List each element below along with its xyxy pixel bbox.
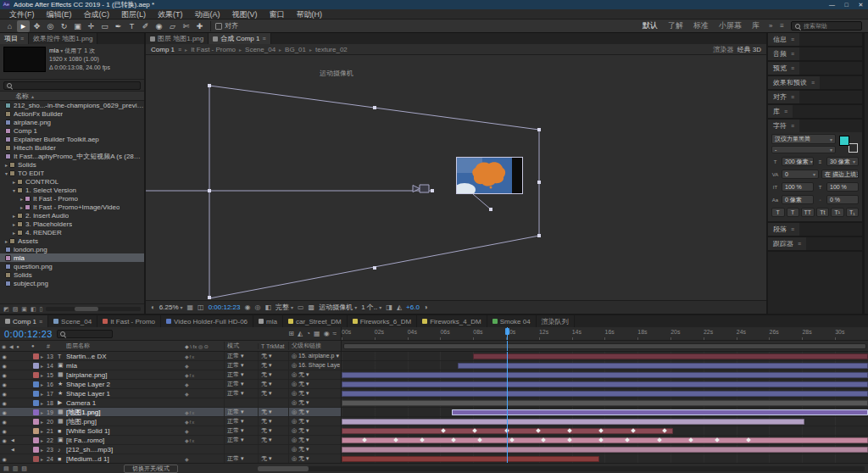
- project-item[interactable]: Comp 1: [0, 126, 144, 135]
- project-item[interactable]: ▾TO EDIT: [0, 169, 144, 177]
- trkmat-dropdown[interactable]: 无 ▾: [258, 454, 288, 463]
- trkmat-dropdown[interactable]: 无 ▾: [258, 370, 288, 379]
- layer-name-header[interactable]: 图层名称: [66, 342, 185, 350]
- blend-mode-dropdown[interactable]: 正常 ▾: [224, 361, 258, 370]
- eye-toggle[interactable]: ◉: [0, 428, 8, 434]
- layer-row[interactable]: ◉▸15▦[airplane.png]◆fx正常 ▾无 ▾◎ 无 ▾: [0, 370, 341, 380]
- layer-track[interactable]: [342, 445, 868, 454]
- blend-mode-dropdown[interactable]: 正常 ▾: [224, 454, 258, 463]
- blend-mode-dropdown[interactable]: 正常 ▾: [224, 426, 258, 435]
- twirl-icon[interactable]: ▸: [41, 428, 47, 434]
- menu-item-5[interactable]: 效果(T): [152, 9, 189, 19]
- eye-toggle[interactable]: ◉: [0, 400, 8, 406]
- minimize-button[interactable]: —: [825, 0, 839, 9]
- layer-row[interactable]: ◉▸16★Shape Layer 2◆正常 ▾无 ▾◎ 无 ▾: [0, 380, 341, 389]
- label-color-chip[interactable]: [33, 456, 39, 462]
- toggle-switches-modes-button[interactable]: 切换开关/模式: [124, 465, 178, 473]
- snapshot-icon[interactable]: ◉: [244, 303, 250, 311]
- eraser-tool[interactable]: ▱: [166, 20, 179, 32]
- layer-row[interactable]: ◉▸20▦[地图.png]◆fx正常 ▾无 ▾◎ 无 ▾: [0, 417, 341, 426]
- track-area[interactable]: [342, 352, 868, 463]
- pan-behind-tool[interactable]: ✛: [85, 20, 97, 32]
- menu-item-8[interactable]: 窗口: [264, 9, 291, 19]
- layer-duration-bar[interactable]: [452, 409, 868, 415]
- trkmat-dropdown[interactable]: 无 ▾: [258, 417, 288, 426]
- parent-link-dropdown[interactable]: ◎ 无 ▾: [288, 408, 341, 416]
- expand-layer-switches-icon[interactable]: ▤: [3, 465, 9, 472]
- transparency-grid-icon[interactable]: ▩: [309, 303, 315, 311]
- eye-toggle[interactable]: ◉: [0, 353, 8, 359]
- region-of-interest-icon[interactable]: ▭: [298, 303, 304, 311]
- layer-track[interactable]: [342, 398, 868, 408]
- layer-row[interactable]: ◀▸23♪[212_sh....mp3]◎ 无 ▾: [0, 445, 341, 454]
- font-family-dropdown[interactable]: 汉仪力量黑简▾: [771, 134, 836, 144]
- selection-tool[interactable]: ►: [17, 20, 30, 32]
- timeline-tab-Comp 1[interactable]: Comp 1≡: [0, 315, 48, 327]
- stroke-width-dropdown[interactable]: 30 像素▾: [826, 157, 859, 166]
- panel-menu-icon[interactable]: ≡: [791, 36, 794, 42]
- panel-tab-段落[interactable]: 段落≡: [768, 223, 799, 236]
- workspace-4[interactable]: 小屏幕: [714, 20, 747, 31]
- timeline-tab-Scene_04[interactable]: Scene_04: [48, 315, 97, 327]
- font-style-dropdown[interactable]: -▾: [771, 146, 836, 153]
- breadcrumb-item[interactable]: Scene_04: [245, 46, 275, 53]
- parent-link-dropdown[interactable]: ◎ 无 ▾: [288, 370, 341, 379]
- menu-item-7[interactable]: 视图(V): [226, 9, 264, 19]
- layer-duration-bar[interactable]: [342, 447, 868, 453]
- label-color-chip[interactable]: [33, 353, 39, 359]
- twirl-icon[interactable]: ▸: [3, 238, 9, 244]
- project-search-input[interactable]: [3, 81, 141, 90]
- timeline-tab-car_Street_DM[interactable]: car_Street_DM: [283, 315, 348, 327]
- search-help-box[interactable]: 搜索帮助: [791, 21, 862, 31]
- trkmat-dropdown[interactable]: 无 ▾: [258, 361, 288, 370]
- mask-visibility-icon[interactable]: ◫: [198, 303, 204, 311]
- timeline-tab-It Fast - Promo[interactable]: It Fast - Promo: [97, 315, 161, 327]
- layer-track[interactable]: [342, 417, 868, 426]
- trkmat-dropdown[interactable]: 无 ▾: [258, 436, 288, 444]
- layer-row[interactable]: ◉▸17★Shape Layer 1◆正常 ▾无 ▾◎ 无 ▾: [0, 389, 341, 398]
- layer-row[interactable]: ◉◀▸22▣[It Fa...romo]◆fx正常 ▾无 ▾◎ 无 ▾: [0, 436, 341, 445]
- project-item[interactable]: ▸3. Placeholders: [0, 220, 144, 228]
- type-tool[interactable]: T: [125, 20, 138, 32]
- breadcrumb-item[interactable]: texture_02: [315, 46, 348, 53]
- blend-mode-dropdown[interactable]: 正常 ▾: [224, 389, 258, 398]
- project-item[interactable]: ▸CONTROL: [0, 177, 144, 186]
- layer-switches[interactable]: ◆fx: [185, 409, 224, 415]
- layer-track[interactable]: [342, 380, 868, 389]
- color-depth-icon[interactable]: ◧: [31, 306, 36, 313]
- faux-style-button-4[interactable]: Tt: [816, 208, 830, 217]
- twirl-icon[interactable]: ▸: [41, 400, 47, 406]
- fast-previews-icon[interactable]: ◭: [397, 303, 402, 311]
- playhead-line[interactable]: [507, 352, 508, 463]
- project-item[interactable]: Hitech Builder: [0, 143, 144, 152]
- eye-toggle[interactable]: ◉: [0, 363, 8, 369]
- scrollbar-thumb[interactable]: [75, 307, 98, 311]
- expand-transfer-controls-icon[interactable]: ▥: [13, 465, 19, 472]
- layer-track[interactable]: [342, 426, 868, 436]
- parent-link-dropdown[interactable]: ◎ 无 ▾: [288, 380, 341, 388]
- graph-editor-icon[interactable]: ≈: [333, 330, 337, 337]
- timeline-tab-Fireworks_4_DM[interactable]: Fireworks_4_DM: [417, 315, 487, 327]
- twirl-icon[interactable]: ▾: [3, 170, 9, 176]
- timeline-tab-Fireworks_6_DM[interactable]: Fireworks_6_DM: [348, 315, 417, 327]
- new-folder-icon[interactable]: ▨: [13, 306, 19, 313]
- parent-link-dropdown[interactable]: ◎ 无 ▾: [288, 426, 341, 435]
- layer-duration-bar[interactable]: [342, 400, 868, 406]
- channels-icon[interactable]: ◧: [264, 303, 271, 311]
- blend-mode-dropdown[interactable]: 正常 ▾: [224, 370, 258, 379]
- roto-brush-tool[interactable]: ✄: [180, 20, 192, 32]
- project-item[interactable]: ActionFx Builder: [0, 109, 144, 118]
- panel-menu-icon[interactable]: ≡: [178, 47, 181, 53]
- layer-track[interactable]: [342, 389, 868, 398]
- shape-tool[interactable]: ▭: [98, 20, 111, 32]
- tab-layer-viewer[interactable]: 图层 地图1.png: [146, 33, 209, 44]
- view-layout-dropdown[interactable]: 1 个..▾: [361, 303, 381, 312]
- expand-inout-icon[interactable]: ▧: [21, 465, 27, 472]
- parent-link-dropdown[interactable]: ◎ 无 ▾: [288, 389, 341, 398]
- exposure-icon[interactable]: ◑: [424, 303, 428, 311]
- twirl-icon[interactable]: ▸: [19, 204, 25, 210]
- panel-menu-icon[interactable]: ≡: [39, 319, 42, 325]
- motion-blur-icon[interactable]: ◉: [324, 330, 330, 337]
- close-button[interactable]: ✕: [854, 0, 868, 9]
- tab-project[interactable]: 项目 ≡: [0, 33, 29, 44]
